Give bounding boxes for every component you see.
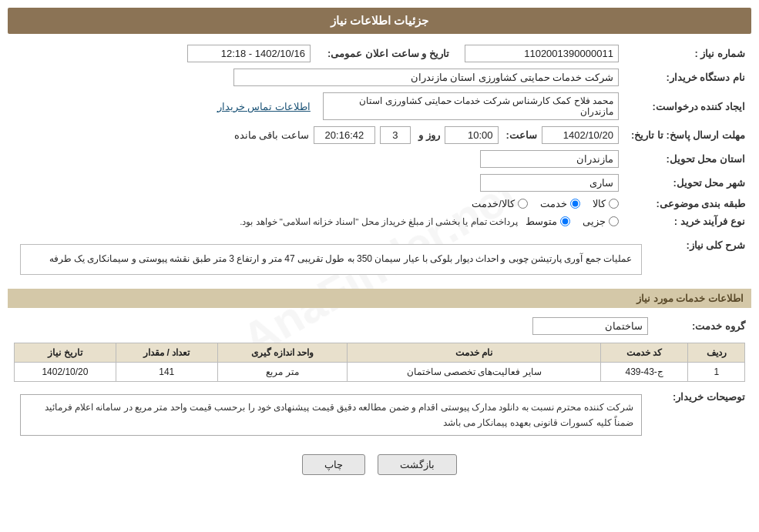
tabaqe-option-khadamat[interactable]: خدمت: [540, 198, 580, 209]
mohlat-date: 1402/10/20: [542, 126, 619, 144]
mohlat-remaining: 20:16:42: [314, 126, 375, 144]
nam-dastgah-label: نام دستگاه خریدار:: [625, 65, 751, 89]
shahr-value: ساری: [480, 174, 619, 192]
col-vahed: واحد اندازه گیری: [217, 343, 348, 362]
cell-radif: 1: [688, 362, 745, 381]
tousihaat-value: شرکت کننده محترم نسبت به دانلود مدارک پی…: [20, 394, 642, 437]
ostan-value: مازندران: [480, 150, 619, 168]
mohlat-roz: 3: [380, 126, 411, 144]
ijad-konande-value: محمد فلاح کمک کارشناس شرکت خدمات حمایتی …: [323, 92, 619, 120]
shomara-niaz-label: شماره نیاز :: [625, 42, 751, 65]
nam-dastgah-value: شرکت خدمات حمایتی کشاورزی استان مازندران: [233, 69, 619, 86]
tabaqe-label: طبقه بندی موضوعی:: [625, 195, 751, 212]
tousihaat-label: توصیحات خریدار:: [653, 391, 745, 403]
group-khadamat-label: گروه خدمت:: [653, 320, 745, 332]
sharh-value: عملیات جمع آوری پارتیشن چوبی و احداث دیو…: [20, 244, 642, 275]
button-row: بازگشت چاپ: [8, 454, 751, 475]
nooe-farayand-label: نوع فرآیند خرید :: [625, 212, 751, 230]
announcement-value: 1402/10/16 - 12:18: [187, 45, 311, 62]
announcement-label: تاریخ و ساعت اعلان عمومی:: [317, 42, 455, 65]
info-table: شماره نیاز : 1102001390000011 تاریخ و سا…: [8, 42, 751, 230]
cell-kod: ج-43-439: [600, 362, 688, 381]
sharh-label: شرح کلی نیاز:: [653, 239, 745, 251]
page-header: جزئیات اطلاعات نیاز: [8, 8, 751, 34]
farayand-note: پرداخت تمام یا بخشی از مبلغ خریداز محل "…: [240, 216, 518, 227]
back-button[interactable]: بازگشت: [378, 454, 457, 475]
print-button[interactable]: چاپ: [302, 454, 365, 475]
mohlat-time: 10:00: [445, 126, 499, 144]
col-kod: کد خدمت: [600, 343, 688, 362]
table-row: 1ج-43-439سایر فعالیت‌های تخصصی ساختمانمت…: [15, 362, 745, 381]
col-nam: نام خدمت: [348, 343, 600, 362]
mohlat-time-label: ساعت:: [506, 129, 537, 141]
ostan-label: استان محل تحویل:: [625, 147, 751, 171]
page-title: جزئیات اطلاعات نیاز: [331, 14, 428, 27]
farayand-radio-group: جزیی متوسط: [526, 216, 619, 227]
mohlat-remaining-label: ساعت باقی مانده: [234, 129, 309, 141]
col-tarikh: تاریخ نیاز: [15, 343, 116, 362]
cell-nam: سایر فعالیت‌های تخصصی ساختمان: [348, 362, 600, 381]
cell-vahed: متر مربع: [217, 362, 348, 381]
service-table: ردیف کد خدمت نام خدمت واحد اندازه گیری ت…: [14, 343, 745, 382]
tabaqe-option-kala[interactable]: کالا: [593, 198, 619, 209]
farayand-option-mottavaset[interactable]: متوسط: [526, 216, 570, 227]
tabaqe-radio-group: کالا خدمت کالا/خدمت: [14, 198, 619, 209]
contact-info-link[interactable]: اطلاعات تماس خریدار: [217, 101, 311, 112]
cell-tedaad: 141: [116, 362, 217, 381]
ijad-konande-label: ایجاد کننده درخواست:: [625, 89, 751, 123]
mohlat-roz-label: روز و: [418, 129, 440, 141]
khadamat-section-title: اطلاعات خدمات مورد نیاز: [8, 289, 751, 308]
farayand-option-jozi[interactable]: جزیی: [583, 216, 619, 227]
col-tedaad: تعداد / مقدار: [116, 343, 217, 362]
col-radif: ردیف: [688, 343, 745, 362]
tabaqe-option-kala-khadamat[interactable]: کالا/خدمت: [472, 198, 528, 209]
mohlat-label: مهلت ارسال پاسخ: تا تاریخ:: [625, 123, 751, 147]
cell-tarikh: 1402/10/20: [15, 362, 116, 381]
shomara-niaz-value: 1102001390000011: [465, 45, 619, 62]
group-khadamat-value: ساختمان: [532, 317, 648, 335]
shahr-label: شهر محل تحویل:: [625, 171, 751, 195]
